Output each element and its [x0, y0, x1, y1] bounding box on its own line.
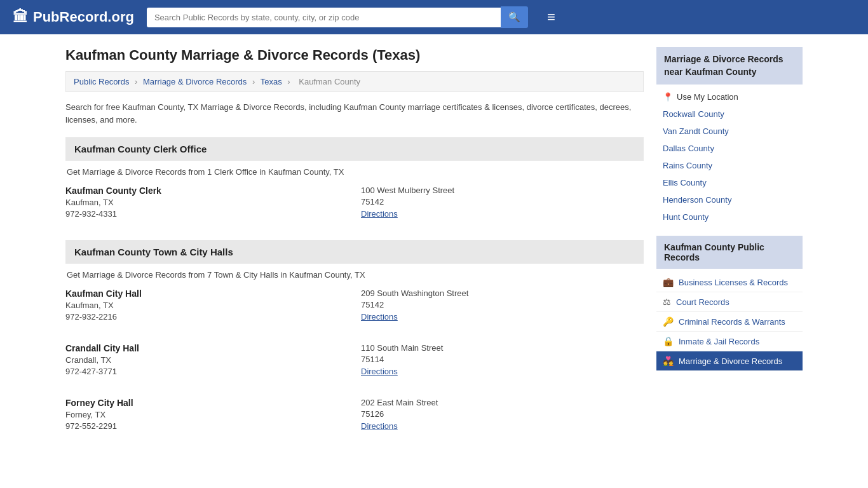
sidebar-item-dallas[interactable]: Dallas County — [656, 140, 803, 157]
rings-icon: 💑 — [663, 356, 674, 366]
record-phone: 972-427-3771 — [65, 367, 348, 376]
breadcrumb-marriage[interactable]: Marriage & Divorce Records — [143, 77, 247, 86]
sidebar-item-ellis[interactable]: Ellis County — [656, 174, 803, 191]
content-area: Kaufman County Marriage & Divorce Record… — [65, 47, 644, 452]
record-entry-crandall: Crandall City Hall Crandall, TX 972-427-… — [65, 343, 644, 385]
scales-icon: ⚖ — [663, 297, 671, 307]
record-left: Kaufman City Hall Kaufman, TX 972-932-22… — [65, 288, 348, 322]
sidebar-item-criminal-label: Criminal Records & Warrants — [679, 317, 785, 327]
sidebar-nearby-list: 📍 Use My Location Rockwall County Van Za… — [656, 88, 803, 226]
search-bar: 🔍 — [147, 6, 528, 28]
record-address: 100 West Mulberry Street — [361, 186, 644, 195]
site-header: 🏛 PubRecord.org 🔍 ≡ — [0, 0, 868, 34]
search-button[interactable]: 🔍 — [501, 6, 528, 28]
record-right: 110 South Main Street 75114 Directions — [348, 343, 644, 376]
directions-link-kaufman-city[interactable]: Directions — [361, 312, 398, 322]
record-zip: 75126 — [361, 409, 644, 419]
intro-text: Search for free Kaufman County, TX Marri… — [65, 101, 644, 126]
logo-link[interactable]: 🏛 PubRecord.org — [13, 8, 134, 26]
logo-icon: 🏛 — [13, 8, 28, 26]
sidebar-item-inmate[interactable]: 🔒 Inmate & Jail Records — [656, 332, 803, 351]
sidebar-nearby-title: Marriage & Divorce Records near Kaufman … — [656, 47, 803, 85]
directions-link-crandall[interactable]: Directions — [361, 367, 398, 376]
sidebar-item-vanzandt[interactable]: Van Zandt County — [656, 123, 803, 140]
record-right: 100 West Mulberry Street 75142 Direction… — [348, 186, 644, 219]
record-address: 209 South Washington Street — [361, 288, 644, 298]
record-entry-kaufman-clerk: Kaufman County Clerk Kaufman, TX 972-932… — [65, 186, 644, 227]
sidebar-records-list: 💼 Business Licenses & Records ⚖ Court Re… — [656, 273, 803, 371]
record-city: Forney, TX — [65, 410, 348, 419]
sidebar-item-marriage-label: Marriage & Divorce Records — [679, 356, 782, 366]
sidebar-item-criminal[interactable]: 🔑 Criminal Records & Warrants — [656, 312, 803, 332]
record-entry-kaufman-city: Kaufman City Hall Kaufman, TX 972-932-22… — [65, 288, 644, 330]
page-title: Kaufman County Marriage & Divorce Record… — [65, 47, 644, 64]
record-name: Kaufman City Hall — [65, 288, 348, 299]
main-container: Kaufman County Marriage & Divorce Record… — [53, 34, 815, 465]
record-city: Crandall, TX — [65, 355, 348, 365]
section-clerk-desc: Get Marriage & Divorce Records from 1 Cl… — [65, 167, 644, 177]
directions-link-forney[interactable]: Directions — [361, 421, 398, 431]
section-cityhalls-desc: Get Marriage & Divorce Records from 7 To… — [65, 270, 644, 280]
directions-link-clerk[interactable]: Directions — [361, 209, 398, 219]
sidebar-item-hunt[interactable]: Hunt County — [656, 208, 803, 226]
sidebar-item-court[interactable]: ⚖ Court Records — [656, 292, 803, 312]
record-phone: 972-932-4331 — [65, 209, 348, 219]
sidebar-item-henderson[interactable]: Henderson County — [656, 191, 803, 208]
sidebar-records-title: Kaufman County Public Records — [656, 236, 803, 269]
logo-text: PubRecord.org — [33, 9, 134, 25]
sidebar-item-rains[interactable]: Rains County — [656, 157, 803, 174]
record-left: Forney City Hall Forney, TX 972-552-2291 — [65, 398, 348, 431]
sidebar: Marriage & Divorce Records near Kaufman … — [656, 47, 803, 452]
record-address: 110 South Main Street — [361, 343, 644, 353]
search-input[interactable] — [147, 8, 501, 27]
record-left: Crandall City Hall Crandall, TX 972-427-… — [65, 343, 348, 376]
sidebar-item-rockwall[interactable]: Rockwall County — [656, 105, 803, 123]
breadcrumb-texas[interactable]: Texas — [261, 77, 282, 86]
location-pin-icon: 📍 — [663, 92, 673, 102]
use-location-label: Use My Location — [677, 92, 738, 102]
breadcrumb-public-records[interactable]: Public Records — [74, 77, 129, 86]
record-city: Kaufman, TX — [65, 301, 348, 310]
record-left: Kaufman County Clerk Kaufman, TX 972-932… — [65, 186, 348, 219]
record-name: Crandall City Hall — [65, 343, 348, 353]
section-clerk-header: Kaufman County Clerk Office — [65, 137, 644, 161]
record-phone: 972-552-2291 — [65, 421, 348, 431]
record-phone: 972-932-2216 — [65, 312, 348, 322]
record-name: Kaufman County Clerk — [65, 186, 348, 196]
sidebar-item-business[interactable]: 💼 Business Licenses & Records — [656, 273, 803, 292]
sidebar-item-use-location[interactable]: 📍 Use My Location — [656, 88, 803, 105]
record-right: 209 South Washington Street 75142 Direct… — [348, 288, 644, 322]
record-name: Forney City Hall — [65, 398, 348, 408]
record-entry-forney: Forney City Hall Forney, TX 972-552-2291… — [65, 398, 644, 440]
key-icon: 🔑 — [663, 316, 674, 327]
record-zip: 75142 — [361, 300, 644, 309]
record-zip: 75142 — [361, 197, 644, 207]
sidebar-item-inmate-label: Inmate & Jail Records — [679, 337, 759, 346]
record-zip: 75114 — [361, 355, 644, 364]
record-right: 202 East Main Street 75126 Directions — [348, 398, 644, 431]
section-cityhalls-header: Kaufman County Town & City Halls — [65, 240, 644, 264]
record-city: Kaufman, TX — [65, 198, 348, 207]
sidebar-item-business-label: Business Licenses & Records — [679, 278, 788, 287]
briefcase-icon: 💼 — [663, 277, 674, 287]
menu-icon[interactable]: ≡ — [547, 9, 555, 25]
breadcrumb-kaufman: Kaufman County — [299, 77, 360, 86]
sidebar-item-marriage[interactable]: 💑 Marriage & Divorce Records — [656, 351, 803, 371]
lock-icon: 🔒 — [663, 336, 674, 346]
breadcrumb: Public Records › Marriage & Divorce Reco… — [65, 71, 644, 92]
record-address: 202 East Main Street — [361, 398, 644, 407]
sidebar-item-court-label: Court Records — [676, 297, 729, 307]
